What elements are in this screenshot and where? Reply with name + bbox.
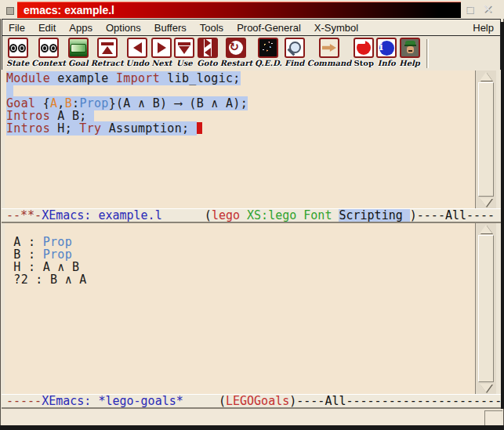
stop-icon xyxy=(354,38,374,58)
menu-item-tools[interactable]: Tools xyxy=(200,22,223,34)
menu-item-proof-general[interactable]: Proof-General xyxy=(237,22,301,34)
text-segment: --**- xyxy=(6,208,42,222)
text-segment: lego xyxy=(212,208,240,222)
toolbar-label: Command xyxy=(307,59,352,67)
text-segment: )----All---------------------- xyxy=(289,394,501,408)
toolbar-button-command[interactable]: Command xyxy=(307,38,352,67)
window-menu-icon[interactable] xyxy=(6,7,14,15)
text-cursor xyxy=(197,122,202,134)
text-segment: XEmacs: *lego-goals* xyxy=(42,394,183,408)
menu-bar: FileEditAppsOptionsBuffersToolsProof-Gen… xyxy=(2,20,500,36)
toolbar-label: Goal xyxy=(68,59,89,67)
toolbar-label: Info xyxy=(378,59,396,67)
buffer-line: Intros A B; xyxy=(6,110,248,122)
eyes-icon xyxy=(8,38,28,58)
goals-buffer[interactable]: A : Prop B : Prop H : A ∧ B ?2 : B ∧ A xyxy=(5,223,475,394)
buffer-line xyxy=(6,85,248,97)
script-modeline: --**-XEmacs: example.l (lego XS:lego Fon… xyxy=(2,208,501,223)
text-segment: LEGOGoals xyxy=(226,394,289,408)
find-icon xyxy=(285,38,305,58)
minibuffer[interactable] xyxy=(2,409,501,425)
text-segment: ( xyxy=(183,394,226,408)
toolbar-button-goto[interactable]: Goto xyxy=(197,38,218,67)
maximize-icon[interactable]: □ xyxy=(462,1,477,16)
text-segment: ( xyxy=(162,208,212,222)
retract-icon xyxy=(97,38,118,58)
toolbar-button-stop[interactable]: Stop xyxy=(354,38,374,67)
text-segment xyxy=(240,208,247,222)
toolbar-label: Next xyxy=(151,59,172,67)
scrollbar-thumb[interactable] xyxy=(478,235,494,382)
menu-item-buffers[interactable]: Buffers xyxy=(154,22,187,34)
menu-item-x-symbol[interactable]: X-Symbol xyxy=(314,22,358,34)
close-icon[interactable]: ✕ xyxy=(480,1,495,16)
text-segment: }(A ∧ B) ⟶ (B ∧ A); xyxy=(109,96,248,110)
text-segment: ?2 : B ∧ A xyxy=(6,273,87,287)
goals-modeline: -----XEmacs: *lego-goals* (LEGOGoals)---… xyxy=(2,394,501,409)
menu-item-apps[interactable]: Apps xyxy=(69,22,92,34)
toolbar-button-restart[interactable]: ↻Restart xyxy=(220,38,252,67)
toolbar-button-context[interactable]: Context xyxy=(31,38,65,67)
goals-scrollbar[interactable] xyxy=(475,223,496,394)
scroll-up-icon[interactable] xyxy=(478,224,494,234)
toolbar-label: Q.E.D. xyxy=(255,59,282,67)
toolbar-label: Goto xyxy=(197,59,218,67)
resize-corner[interactable] xyxy=(484,410,502,425)
goals-buffer-text: A : Prop B : Prop H : A ∧ B ?2 : B ∧ A xyxy=(6,236,87,286)
frame-bottom-edge xyxy=(0,425,504,430)
text-segment: example xyxy=(50,71,116,85)
script-scrollbar[interactable] xyxy=(475,70,496,208)
toolbar-button-next[interactable]: Next xyxy=(151,38,172,67)
scroll-up-icon[interactable] xyxy=(478,71,494,81)
script-buffer-text: Module example Import lib_logic; Goal {A… xyxy=(6,72,248,135)
menu-item-options[interactable]: Options xyxy=(106,22,141,34)
toolbar-button-info[interactable]: iInfo xyxy=(376,38,397,67)
menu-item-edit[interactable]: Edit xyxy=(38,22,56,34)
restart-icon: ↻ xyxy=(226,38,246,58)
buffer-line: H : A ∧ B xyxy=(6,261,87,273)
text-segment: )----All---- xyxy=(410,208,495,222)
toolbar-button-q-e-d[interactable]: Q.E.D. xyxy=(255,38,282,67)
script-buffer[interactable]: Module example Import lib_logic; Goal {A… xyxy=(5,70,475,208)
toolbar-label: State xyxy=(6,59,29,67)
toolbar-button-retract[interactable]: Retract xyxy=(91,38,124,67)
scroll-down-icon[interactable] xyxy=(478,383,494,393)
scroll-down-icon[interactable] xyxy=(478,197,494,208)
locked-region-highlight: Intros H; Try Assumption; xyxy=(6,121,197,136)
text-segment: ----- xyxy=(6,394,42,408)
toolbar-label: Undo xyxy=(126,59,150,67)
use-icon xyxy=(174,38,194,58)
toolbar-button-goal[interactable]: Goal xyxy=(68,38,89,67)
toolbar-button-help[interactable]: Help xyxy=(399,38,420,67)
text-segment: XEmacs: example.l xyxy=(42,208,162,222)
goal-image-icon xyxy=(68,38,89,58)
titlebar[interactable]: emacs: example.l □ ✕ xyxy=(0,0,504,19)
buffer-line: B : Prop xyxy=(6,248,87,261)
titlebar-gradient: emacs: example.l xyxy=(17,2,461,18)
text-segment: Import xyxy=(116,71,160,85)
text-segment: Intros xyxy=(6,121,50,136)
frame-right-edge xyxy=(501,22,504,409)
toolbar-button-find[interactable]: Find xyxy=(285,38,305,67)
undo-icon xyxy=(127,38,147,58)
menu-toolbar-box: FileEditAppsOptionsBuffersToolsProof-Gen… xyxy=(2,19,501,70)
command-icon xyxy=(319,38,339,58)
buffer-line: Module example Import lib_logic; xyxy=(6,72,248,85)
buffer-line: Intros H; Try Assumption; xyxy=(6,122,248,135)
toolbar-button-use[interactable]: Use xyxy=(174,38,194,67)
toolbar-label: Help xyxy=(399,59,420,67)
menu-item-help[interactable]: Help xyxy=(473,22,494,34)
toolbar-label: Stop xyxy=(354,59,374,67)
buffer-line: Goal {A,B:Prop}(A ∧ B) ⟶ (B ∧ A); xyxy=(6,97,248,110)
eyes-icon xyxy=(38,38,59,58)
text-segment: Scripting xyxy=(339,208,409,222)
toolbar-separator xyxy=(426,39,429,68)
scrollbar-thumb[interactable] xyxy=(478,82,494,197)
next-icon xyxy=(151,38,172,58)
toolbar-label: Context xyxy=(31,59,65,67)
menu-item-file[interactable]: File xyxy=(9,22,25,34)
toolbar-button-undo[interactable]: Undo xyxy=(126,38,150,67)
toolbar-button-state[interactable]: State xyxy=(6,38,29,67)
goto-icon xyxy=(198,38,218,58)
window-title: emacs: example.l xyxy=(17,4,114,16)
